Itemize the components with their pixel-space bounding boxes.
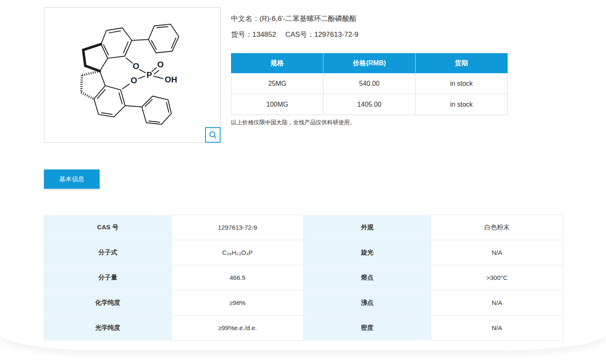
price-row: 25MG 540.00 in stock [231,73,508,94]
price-cell-stock: in stock [416,94,508,115]
atom-o-top: O [133,62,139,71]
catalog-number: 134852 [252,31,276,38]
structure-image-box: O O P O OH [44,7,221,143]
price-disclaimer: 以上价格仅限中国大陆，全线产品仅供科研使用。 [231,119,355,126]
property-label: 熔点 [304,265,431,290]
property-label: 分子式 [44,240,172,265]
price-table-header-row: 规格 价格(RMB) 货期 [231,54,508,73]
product-name: (R)-6,6'-二苯基螺环二酚磷酸酯 [259,15,357,23]
property-row: 分子量 466.5 熔点 >300°C [44,265,563,290]
product-id-line: 货号：134852CAS号：1297613-72-9 [231,30,359,39]
magnifier-icon [208,131,218,140]
property-label: 密度 [304,315,431,341]
property-row: 光学纯度 ≥99%e.e./d.e. 密度 N/A [44,315,563,341]
price-row: 100MG 1405.00 in stock [231,94,508,115]
property-value: 白色粉末 [431,215,563,240]
property-row: 分子式 C₂₉H₂₃O₄P 旋光 N/A [44,240,563,265]
property-row: 化学纯度 ≥98% 沸点 N/A [44,290,563,315]
price-cell-spec: 100MG [231,94,324,115]
product-name-label: 中文名： [231,15,259,23]
price-header-price: 价格(RMB) [324,54,416,73]
price-cell-price: 540.00 [324,73,416,94]
price-cell-price: 1405.00 [324,94,416,115]
atom-p: P [146,70,152,79]
product-page: O O P O OH 中文名：(R)-6,6'-二苯基螺环二酚磷酸酯 货号：13… [0,0,606,364]
property-label: 沸点 [304,290,431,315]
properties-table: CAS 号 1297613-72-9 外观 白色粉末 分子式 C₂₉H₂₃O₄P… [44,215,563,341]
property-value: N/A [431,315,563,341]
price-cell-spec: 25MG [231,73,324,94]
price-header-stock: 货期 [416,54,508,73]
property-label: 旋光 [304,240,431,265]
price-cell-stock: in stock [416,73,508,94]
property-value: 466.5 [172,265,304,290]
atom-oh: OH [165,75,177,84]
atom-o-bottom: O [131,76,137,85]
price-header-spec: 规格 [231,54,324,73]
property-value: N/A [431,290,563,315]
property-value: ≥99%e.e./d.e. [172,315,304,341]
property-label: 化学纯度 [44,290,172,315]
property-label: 光学纯度 [44,315,172,341]
catalog-label: 货号： [231,31,252,38]
cas-number: 1297613-72-9 [314,31,359,38]
property-value: >300°C [431,265,563,290]
structure-zoom-button[interactable] [205,127,221,143]
product-name-line: 中文名：(R)-6,6'-二苯基螺环二酚磷酸酯 [231,14,357,23]
cas-label: CAS号： [285,31,314,38]
molecule-structure: O O P O OH [44,8,220,142]
property-label: CAS 号 [44,215,172,240]
property-row: CAS 号 1297613-72-9 外观 白色粉末 [44,215,563,240]
price-table: 规格 价格(RMB) 货期 25MG 540.00 in stock 100MG… [231,53,508,115]
atom-o-double: O [157,60,164,69]
property-value: N/A [431,240,563,265]
property-value: ≥98% [172,290,304,315]
property-label: 分子量 [44,265,172,290]
property-value: 1297613-72-9 [172,215,304,240]
tab-basic-info[interactable]: 基本信息 [44,169,100,189]
property-label: 外观 [304,215,431,240]
property-value: C₂₉H₂₃O₄P [172,240,304,265]
